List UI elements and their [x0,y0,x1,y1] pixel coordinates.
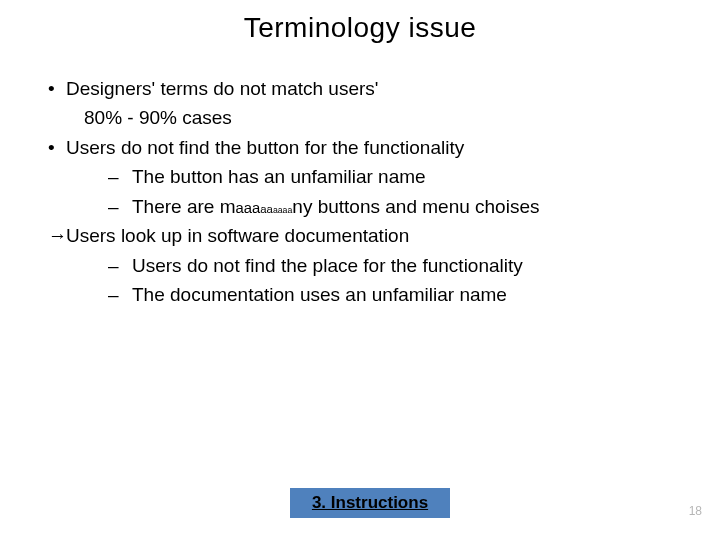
section-label: 3. Instructions [290,488,450,518]
dash-icon [108,251,132,280]
bullet-3-text: Users look up in software documentation [66,221,690,250]
subbullet-2b-text: There are maaaaaaaaany buttons and menu … [132,192,690,221]
bullet-1-cont: 80% - 90% cases [30,103,690,132]
bullet-2: Users do not find the button for the fun… [30,133,690,162]
page-number: 18 [689,504,702,518]
subbullet-3b-text: The documentation uses an unfamiliar nam… [132,280,690,309]
bullet-dot-icon [30,133,66,162]
dash-icon [108,162,132,191]
bullet-3: Users look up in software documentation [30,221,690,250]
subbullet-2a: The button has an unfamiliar name [30,162,690,191]
slide-title: Terminology issue [0,0,720,44]
subbullet-3b: The documentation uses an unfamiliar nam… [30,280,690,309]
subbullet-3a: Users do not find the place for the func… [30,251,690,280]
bullet-1: Designers' terms do not match users' [30,74,690,103]
subbullet-3a-text: Users do not find the place for the func… [132,251,690,280]
bullet-2-text: Users do not find the button for the fun… [66,133,690,162]
subbullet-2a-text: The button has an unfamiliar name [132,162,690,191]
frag-small2: aa [260,203,273,215]
frag: ny buttons and menu choises [292,196,539,217]
slide-body: Designers' terms do not match users' 80%… [0,44,720,310]
dash-icon [108,280,132,309]
bullet-1-text: Designers' terms do not match users' [66,74,690,103]
subbullet-2b: There are maaaaaaaaany buttons and menu … [30,192,690,221]
bullet-dot-icon [30,74,66,103]
frag-small3: aaaa [273,205,292,215]
frag-small1: aaa [235,200,260,216]
slide: Terminology issue Designers' terms do no… [0,0,720,540]
frag: There are m [132,196,235,217]
dash-icon [108,192,132,221]
arrow-right-icon [30,221,66,250]
bullet-1-cont-text: 80% - 90% cases [84,103,690,132]
